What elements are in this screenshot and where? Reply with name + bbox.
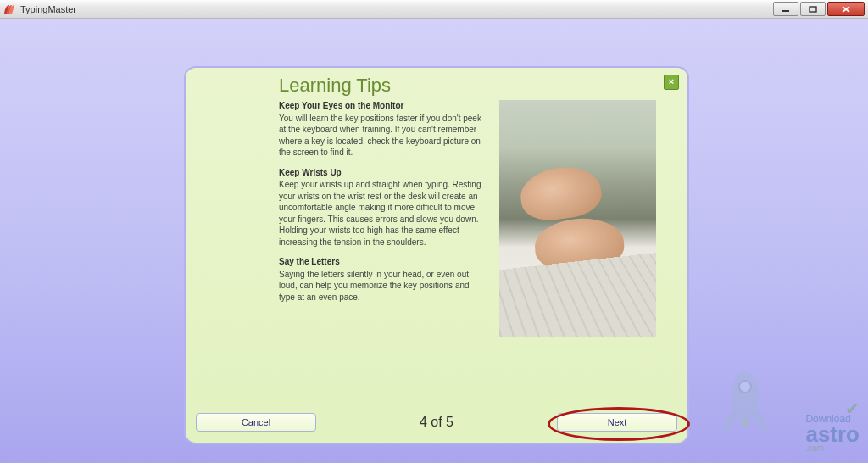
watermark-line2: astro [805, 425, 860, 443]
tip-heading: Keep Your Eyes on the Monitor [279, 100, 486, 112]
dialog-content: Keep Your Eyes on the Monitor You will l… [279, 100, 669, 337]
tip-heading: Say the Letters [279, 256, 486, 268]
app-client-area: × Learning Tips Keep Your Eyes on the Mo… [0, 19, 868, 463]
watermark-line1: Download [805, 413, 860, 425]
check-icon: ✔ [845, 399, 860, 419]
svg-point-3 [739, 381, 751, 393]
window-titlebar: TypingMaster [0, 0, 868, 19]
typing-hands-image [499, 100, 656, 337]
tip-body: Keep your wrists up and straight when ty… [279, 179, 486, 248]
window-maximize-button[interactable] [800, 2, 826, 16]
dialog-footer: Cancel 4 of 5 Next [196, 412, 677, 432]
window-minimize-button[interactable] [773, 2, 798, 16]
tip-heading: Keep Wrists Up [279, 167, 486, 179]
cancel-button[interactable]: Cancel [196, 413, 316, 432]
cancel-button-label: Cancel [242, 417, 270, 427]
rocket-icon [715, 365, 775, 441]
tip-body: You will learn the key positions faster … [279, 113, 486, 159]
tip-body: Saying the letters silently in your head… [279, 269, 486, 304]
window-close-button[interactable] [827, 2, 865, 16]
dialog-title: Learning Tips [279, 75, 391, 97]
watermark-line3: .com [805, 443, 860, 453]
next-button[interactable]: Next [557, 413, 677, 432]
svg-rect-0 [782, 10, 789, 12]
learning-tips-dialog: × Learning Tips Keep Your Eyes on the Mo… [184, 66, 689, 444]
downloadastro-watermark: ✔ Download astro .com [698, 365, 860, 458]
next-button-label: Next [608, 417, 627, 427]
window-title: TypingMaster [20, 4, 76, 14]
svg-point-2 [732, 371, 759, 422]
dialog-close-button[interactable]: × [664, 75, 679, 90]
tips-text-column: Keep Your Eyes on the Monitor You will l… [279, 100, 486, 337]
app-icon [3, 3, 15, 15]
svg-rect-1 [810, 7, 816, 12]
page-indicator: 4 of 5 [316, 415, 557, 430]
